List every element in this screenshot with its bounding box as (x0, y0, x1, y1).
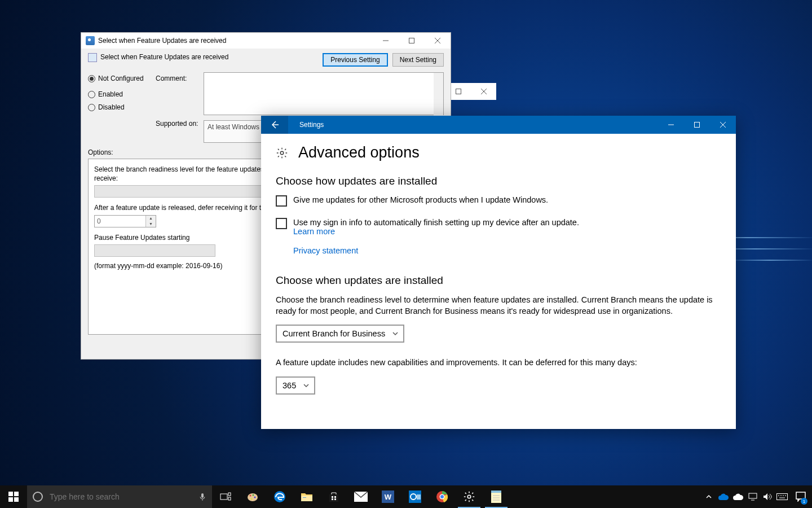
close-button[interactable] (425, 33, 451, 49)
minimize-button[interactable] (658, 116, 684, 134)
svg-point-9 (250, 495, 251, 497)
spin-up-icon[interactable]: ▲ (146, 216, 156, 221)
supported-on-label: Supported on: (156, 120, 204, 134)
tray-volume-icon[interactable] (760, 485, 775, 508)
settings-window: Settings Advanced options Choose how upd… (261, 116, 736, 429)
svg-rect-0 (456, 89, 461, 94)
checkbox-other-products[interactable] (276, 195, 287, 207)
combo-value: Current Branch for Business (283, 329, 385, 338)
svg-rect-31 (491, 491, 501, 493)
gear-icon (276, 147, 288, 159)
comment-textarea[interactable] (204, 72, 444, 115)
svg-rect-36 (777, 494, 788, 500)
tray-onedrive-icon[interactable] (731, 485, 745, 508)
next-setting-button[interactable]: Next Setting (392, 53, 444, 67)
svg-rect-6 (228, 493, 231, 496)
system-tray: 1 (701, 485, 812, 508)
svg-point-11 (254, 497, 256, 498)
maximize-button[interactable] (684, 116, 710, 134)
taskbar-app-chrome[interactable] (429, 485, 456, 508)
windows-icon (8, 492, 19, 502)
tray-onedrive-icon[interactable] (716, 485, 731, 508)
taskbar: W 1 (0, 485, 812, 508)
defer-days-spinner[interactable]: 0 ▲▼ (94, 215, 156, 227)
svg-rect-25 (417, 494, 421, 500)
search-input[interactable] (48, 492, 198, 502)
close-button[interactable] (710, 116, 736, 134)
start-button[interactable] (0, 485, 27, 508)
taskbar-app-mail[interactable] (347, 485, 374, 508)
close-button[interactable] (471, 83, 496, 100)
comment-label: Comment: (156, 75, 204, 89)
taskbar-app-settings[interactable] (456, 485, 483, 508)
policy-instance-label: Select when Feature Updates are received (100, 53, 228, 61)
defer-description: A feature update includes new capabiliti… (276, 357, 721, 369)
cortana-icon (33, 492, 43, 502)
taskbar-app-store[interactable] (320, 485, 347, 508)
page-title: Advanced options (298, 144, 420, 161)
svg-rect-4 (201, 493, 204, 498)
svg-rect-16 (332, 496, 333, 498)
svg-point-28 (440, 495, 444, 498)
back-button[interactable] (261, 116, 288, 134)
svg-rect-15 (303, 497, 306, 498)
checkbox-label: Give me updates for other Microsoft prod… (293, 195, 548, 204)
radio-label: Enabled (98, 90, 123, 98)
tray-chevron-up-icon[interactable] (701, 485, 716, 508)
privacy-statement-link[interactable]: Privacy statement (293, 246, 721, 255)
microphone-icon[interactable] (198, 493, 206, 501)
svg-text:W: W (385, 493, 392, 501)
task-view-button[interactable] (212, 485, 239, 508)
titlebar[interactable]: Select when Feature Updates are received (81, 33, 451, 49)
defer-days-value[interactable]: 0 (95, 216, 145, 227)
branch-description: Choose the branch readiness level to det… (276, 295, 721, 317)
taskbar-app-word[interactable]: W (374, 485, 401, 508)
pause-date-input[interactable] (94, 244, 215, 257)
svg-rect-19 (334, 498, 336, 500)
branch-readiness-combo[interactable]: Current Branch for Business (276, 325, 404, 343)
svg-rect-1 (409, 38, 414, 43)
notification-badge: 1 (801, 498, 807, 505)
maximize-button[interactable] (399, 33, 425, 49)
svg-rect-35 (749, 493, 757, 498)
radio-label: Not Configured (98, 75, 144, 82)
section-heading: Choose how updates are installed (276, 175, 721, 187)
action-center-button[interactable]: 1 (789, 485, 812, 508)
svg-rect-5 (220, 494, 227, 500)
tray-keyboard-icon[interactable] (775, 485, 789, 508)
checkbox-label: Use my sign in info to automatically fin… (293, 218, 579, 227)
decorative-light (727, 260, 812, 261)
previous-setting-button[interactable]: Previous Setting (323, 53, 387, 67)
policy-icon (86, 36, 95, 45)
background-window-titlebar (445, 83, 496, 100)
defer-days-combo[interactable]: 365 (276, 376, 315, 395)
titlebar[interactable]: Settings (261, 116, 736, 134)
search-box[interactable] (27, 485, 212, 508)
taskbar-app-outlook[interactable] (401, 485, 429, 508)
svg-point-10 (253, 494, 254, 496)
svg-point-3 (280, 151, 284, 155)
taskbar-app-notepad[interactable] (483, 485, 510, 508)
taskbar-app-edge[interactable] (266, 485, 293, 508)
minimize-button[interactable] (373, 33, 399, 49)
radio-not-configured[interactable]: Not Configured (88, 75, 156, 82)
combo-value: 365 (283, 381, 296, 390)
taskbar-app-paint[interactable] (239, 485, 266, 508)
svg-point-12 (251, 498, 253, 500)
radio-disabled[interactable]: Disabled (88, 103, 156, 111)
tray-network-icon[interactable] (745, 485, 760, 508)
chevron-down-icon (303, 382, 310, 389)
radio-enabled[interactable]: Enabled (88, 90, 156, 98)
learn-more-link[interactable]: Learn more (293, 227, 579, 236)
spin-down-icon[interactable]: ▼ (146, 221, 156, 227)
svg-point-29 (467, 495, 471, 498)
svg-rect-7 (228, 497, 231, 500)
checkbox-signin-info[interactable] (276, 218, 287, 229)
taskbar-app-explorer[interactable] (293, 485, 320, 508)
section-heading: Choose when updates are installed (276, 274, 721, 287)
svg-rect-17 (334, 496, 336, 498)
window-title: Select when Feature Updates are received (98, 37, 226, 45)
svg-rect-14 (301, 496, 312, 501)
chevron-down-icon (392, 330, 399, 337)
svg-rect-2 (695, 122, 700, 128)
